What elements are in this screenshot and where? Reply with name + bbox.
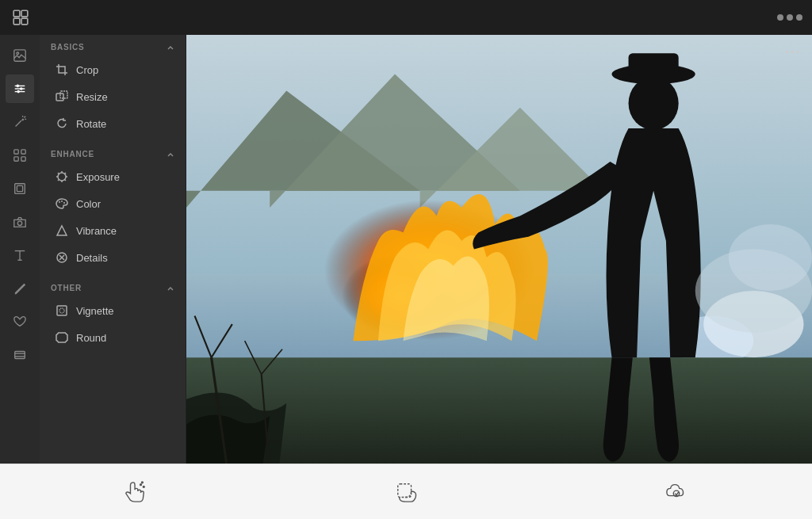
round-label: Round bbox=[76, 332, 106, 344]
vignette-label: Vignette bbox=[76, 305, 113, 317]
crop-label: Crop bbox=[76, 64, 98, 76]
svg-rect-78 bbox=[398, 483, 412, 497]
color-label: Color bbox=[76, 198, 101, 210]
top-bar bbox=[0, 0, 812, 35]
color-item[interactable]: Color bbox=[40, 190, 186, 217]
svg-line-15 bbox=[24, 116, 25, 118]
svg-point-66 bbox=[629, 77, 679, 130]
svg-point-41 bbox=[61, 200, 63, 202]
svg-point-10 bbox=[20, 87, 23, 90]
svg-line-37 bbox=[65, 180, 67, 181]
other-collapse-icon[interactable] bbox=[167, 284, 174, 292]
other-section-header: OTHER bbox=[40, 276, 186, 297]
round-item[interactable]: Round bbox=[40, 324, 186, 351]
rotate-label: Rotate bbox=[76, 118, 106, 130]
crop-icon bbox=[56, 63, 68, 76]
enhance-collapse-icon[interactable] bbox=[167, 151, 174, 158]
basics-section-header: BASICS bbox=[40, 35, 186, 56]
sticker-btn[interactable] bbox=[395, 481, 417, 503]
svg-point-11 bbox=[17, 90, 20, 93]
resize-icon bbox=[56, 90, 68, 103]
image-tool-btn[interactable] bbox=[6, 41, 34, 70]
camera-tool-btn[interactable] bbox=[6, 208, 34, 236]
app-icon bbox=[10, 6, 32, 29]
touch-icon bbox=[124, 481, 147, 503]
round-icon bbox=[56, 331, 68, 344]
svg-point-76 bbox=[143, 486, 144, 487]
menu-dots-icon: ⋮ bbox=[783, 44, 802, 59]
brush-tool-btn[interactable] bbox=[6, 274, 34, 303]
sliders-tool-btn[interactable] bbox=[6, 74, 34, 103]
vibrance-item[interactable]: Vibrance bbox=[40, 217, 186, 244]
canvas-area: ⋮ bbox=[186, 35, 812, 464]
svg-point-75 bbox=[140, 483, 141, 485]
text-tool-btn[interactable] bbox=[6, 241, 34, 269]
resize-label: Resize bbox=[76, 91, 108, 103]
details-label: Details bbox=[76, 252, 108, 264]
vignette-item[interactable]: Vignette bbox=[40, 297, 186, 324]
svg-rect-18 bbox=[14, 157, 18, 161]
resize-item[interactable]: Resize bbox=[40, 83, 186, 110]
magic-wand-tool-btn[interactable] bbox=[6, 108, 34, 136]
svg-point-48 bbox=[59, 308, 64, 313]
svg-rect-47 bbox=[57, 306, 67, 315]
layers-tool-btn[interactable] bbox=[6, 341, 34, 369]
window-controls bbox=[777, 14, 802, 21]
svg-line-36 bbox=[58, 173, 59, 174]
touch-btn[interactable] bbox=[124, 481, 147, 503]
vignette-icon bbox=[56, 304, 68, 317]
svg-line-12 bbox=[16, 120, 21, 126]
svg-point-40 bbox=[59, 201, 60, 203]
svg-point-9 bbox=[17, 85, 20, 88]
grid-tool-btn[interactable] bbox=[6, 141, 34, 170]
svg-rect-19 bbox=[21, 157, 25, 161]
vibrance-label: Vibrance bbox=[76, 225, 117, 237]
svg-point-5 bbox=[17, 52, 19, 55]
svg-rect-20 bbox=[15, 184, 25, 194]
svg-rect-0 bbox=[13, 10, 20, 17]
svg-rect-65 bbox=[629, 53, 679, 78]
exposure-item[interactable]: Exposure bbox=[40, 163, 186, 190]
canvas-svg bbox=[186, 35, 812, 464]
left-toolbar bbox=[0, 35, 40, 464]
svg-point-77 bbox=[141, 481, 143, 483]
rotate-icon bbox=[56, 117, 68, 130]
canvas-menu-btn[interactable]: ⋮ bbox=[783, 44, 802, 63]
details-item[interactable]: Details bbox=[40, 244, 186, 271]
svg-point-74 bbox=[729, 224, 812, 291]
rotate-item[interactable]: Rotate bbox=[40, 110, 186, 137]
cloud-btn[interactable] bbox=[665, 481, 688, 503]
heart-tool-btn[interactable] bbox=[6, 307, 34, 336]
dot-2 bbox=[787, 14, 793, 21]
dot-3 bbox=[796, 14, 802, 21]
svg-rect-26 bbox=[15, 352, 25, 359]
details-icon bbox=[56, 251, 68, 264]
svg-rect-17 bbox=[21, 150, 25, 154]
vibrance-icon bbox=[56, 224, 68, 237]
svg-rect-1 bbox=[21, 10, 28, 17]
enhance-label: ENHANCE bbox=[51, 150, 94, 158]
exposure-label: Exposure bbox=[76, 171, 120, 183]
exposure-icon bbox=[56, 170, 68, 183]
crop-item[interactable]: Crop bbox=[40, 56, 186, 83]
basics-collapse-icon[interactable] bbox=[167, 44, 174, 52]
svg-rect-21 bbox=[17, 185, 22, 191]
side-panel: BASICS Crop Resize Rotate bbox=[40, 35, 186, 464]
main-area: BASICS Crop Resize Rotate bbox=[0, 35, 812, 464]
frame-tool-btn[interactable] bbox=[6, 174, 34, 203]
bottom-bar bbox=[0, 464, 812, 519]
svg-line-39 bbox=[58, 180, 59, 181]
cloud-icon bbox=[665, 481, 688, 503]
other-label: OTHER bbox=[51, 284, 82, 292]
color-icon bbox=[56, 197, 68, 210]
svg-rect-4 bbox=[14, 50, 25, 61]
dot-1 bbox=[777, 14, 783, 21]
svg-rect-3 bbox=[21, 18, 28, 25]
basics-label: BASICS bbox=[51, 43, 85, 52]
svg-marker-43 bbox=[57, 226, 67, 235]
svg-point-22 bbox=[17, 221, 21, 225]
enhance-section-header: ENHANCE bbox=[40, 142, 186, 163]
svg-rect-2 bbox=[13, 18, 20, 25]
svg-line-38 bbox=[65, 173, 67, 174]
svg-rect-16 bbox=[14, 150, 18, 154]
